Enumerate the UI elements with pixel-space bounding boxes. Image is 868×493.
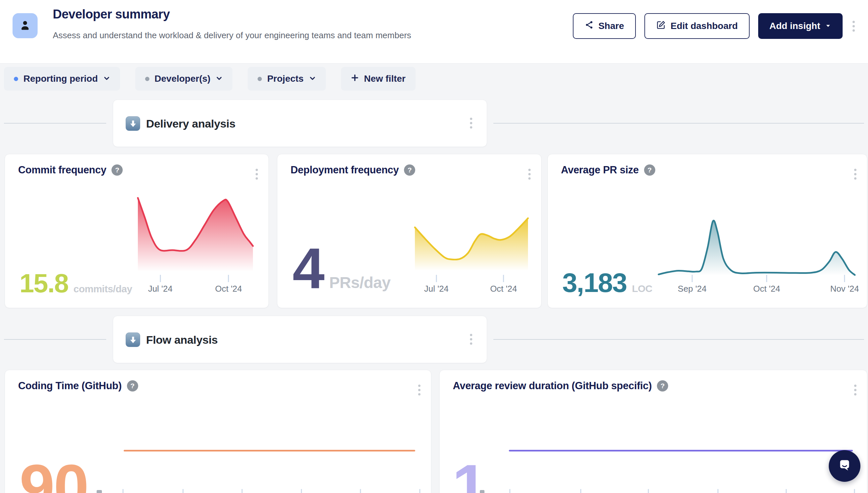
- filter-inactive-dot: [145, 77, 149, 81]
- axis-tick: Oct '24: [490, 275, 517, 294]
- card-title: Average PR size: [561, 164, 639, 176]
- axis-tick: [717, 489, 718, 493]
- divider: [493, 123, 864, 124]
- section-title: Delivery analysis: [146, 117, 235, 130]
- edit-icon: [656, 20, 666, 32]
- axis-tick: Oct '24: [215, 275, 242, 294]
- axis-tick: Jul '24: [148, 275, 172, 294]
- filter-label: Reporting period: [23, 73, 98, 84]
- axis-tick: [648, 489, 649, 493]
- developer-summary-dashboard: Developer summary Assess and understand …: [0, 0, 868, 493]
- caret-down-icon: [825, 21, 831, 31]
- axis-tick: [509, 489, 510, 493]
- divider: [493, 339, 864, 340]
- axis-tick: [360, 489, 361, 493]
- header-actions: Share Edit dashboard Add insight: [573, 13, 856, 39]
- axis-tick: Oct '24: [753, 275, 780, 294]
- axis-tick: [419, 489, 420, 493]
- down-arrow-emoji: [126, 116, 140, 131]
- metric-value: 4: [292, 239, 324, 297]
- help-icon[interactable]: ?: [127, 380, 138, 391]
- card-menu-button[interactable]: [254, 167, 259, 181]
- axis-tick: [580, 489, 581, 493]
- filter-developers[interactable]: Developer(s): [135, 67, 233, 91]
- axis-tick: [242, 489, 243, 493]
- average-pr-size-chart: [659, 219, 855, 276]
- chat-widget-button[interactable]: [829, 450, 861, 482]
- x-axis: Sep '24Oct '24Nov '24: [659, 275, 855, 295]
- average-review-duration-card: Average review duration (GitHub specific…: [439, 370, 867, 493]
- metric-value: 15.8: [19, 270, 68, 297]
- card-menu-button[interactable]: [853, 167, 858, 181]
- help-icon[interactable]: ?: [111, 165, 123, 176]
- coding-time-card: Coding Time (GitHub) ? 90: [5, 370, 431, 493]
- header-menu-button[interactable]: [851, 19, 856, 33]
- metric-value: 90: [19, 455, 88, 493]
- card-title: Commit frequency: [18, 164, 106, 176]
- x-axis: Jul '24Oct '24: [415, 275, 528, 295]
- x-axis: Jul '24Oct '24: [138, 275, 253, 295]
- new-filter-label: New filter: [364, 73, 406, 84]
- card-title: Average review duration (GitHub specific…: [453, 380, 652, 392]
- section-title: Flow analysis: [146, 334, 218, 346]
- average-pr-size-card: Average PR size ? Sep '24Oct '24Nov '24 …: [547, 154, 867, 308]
- divider: [4, 123, 106, 124]
- chevron-down-icon: [309, 73, 316, 84]
- card-menu-button[interactable]: [853, 383, 858, 397]
- section-menu-button[interactable]: [469, 116, 474, 130]
- chevron-down-icon: [103, 73, 110, 84]
- deployment-frequency-card: Deployment frequency ? Jul '24Oct '24 4 …: [277, 154, 541, 308]
- axis-tick: Nov '24: [830, 275, 859, 294]
- axis-tick: [301, 489, 302, 493]
- axis-tick: [123, 489, 124, 493]
- card-title: Deployment frequency: [291, 164, 399, 176]
- help-icon[interactable]: ?: [657, 380, 668, 391]
- edit-dashboard-button[interactable]: Edit dashboard: [644, 13, 750, 39]
- page-header: Developer summary Assess and understand …: [0, 0, 868, 64]
- review-duration-chart-line: [509, 450, 853, 451]
- help-icon[interactable]: ?: [644, 165, 655, 176]
- new-filter-button[interactable]: New filter: [341, 67, 415, 91]
- plus-icon: [351, 73, 359, 84]
- filter-inactive-dot: [257, 77, 262, 81]
- person-icon: [19, 19, 32, 33]
- dashboard-avatar: [13, 13, 38, 38]
- share-button[interactable]: Share: [573, 13, 636, 39]
- help-icon[interactable]: ?: [404, 165, 415, 176]
- metric-value: 1: [452, 455, 487, 493]
- page-title: Developer summary: [53, 7, 170, 21]
- axis-tick: Sep '24: [678, 275, 706, 294]
- coding-time-chart-line: [124, 450, 415, 451]
- down-arrow-emoji: [126, 333, 140, 347]
- metric-value: 3,183: [562, 269, 626, 296]
- section-header: Flow analysis: [126, 333, 218, 347]
- metric-unit: commits/day: [74, 284, 132, 294]
- x-axis: [5, 489, 432, 493]
- filter-reporting-period[interactable]: Reporting period: [4, 67, 120, 91]
- section-menu-button[interactable]: [469, 333, 474, 346]
- add-insight-button[interactable]: Add insight: [758, 13, 843, 39]
- filter-active-dot: [14, 77, 18, 81]
- commit-frequency-chart: [138, 196, 253, 272]
- card-title: Coding Time (GitHub): [18, 380, 122, 392]
- edit-dashboard-label: Edit dashboard: [670, 21, 738, 31]
- divider: [4, 339, 106, 340]
- axis-tick: Jul '24: [424, 275, 449, 294]
- delivery-analysis-section: Delivery analysis: [113, 100, 487, 147]
- x-axis: [440, 489, 868, 493]
- share-label: Share: [598, 21, 624, 31]
- filter-bar: Reporting period Developer(s) Projects N…: [4, 67, 415, 91]
- card-menu-button[interactable]: [417, 383, 422, 397]
- filter-projects[interactable]: Projects: [248, 67, 326, 91]
- deployment-frequency-chart: [415, 217, 528, 271]
- card-menu-button[interactable]: [527, 167, 532, 181]
- filter-label: Developer(s): [155, 73, 211, 84]
- metric-unit: LOC: [632, 284, 652, 294]
- metric-unit: PRs/day: [329, 275, 391, 291]
- chat-bubble-icon: [836, 456, 853, 475]
- share-icon: [585, 20, 594, 31]
- flow-analysis-section: Flow analysis: [113, 316, 487, 363]
- axis-tick: [854, 489, 855, 493]
- axis-tick: [182, 489, 183, 493]
- add-insight-label: Add insight: [769, 21, 820, 31]
